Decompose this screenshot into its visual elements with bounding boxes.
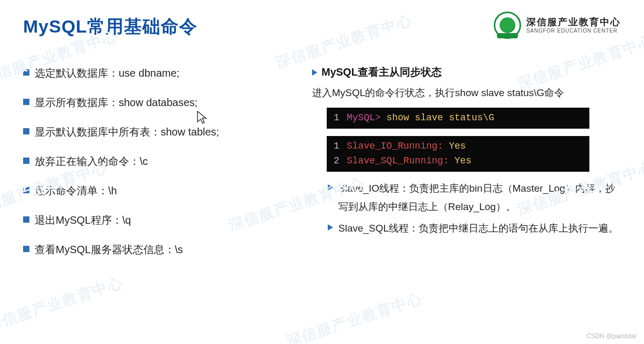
triangle-bullet-icon xyxy=(328,184,333,191)
brand-logo: 深信服产业教育中心 SANGFOR EDUCATION CENTER xyxy=(494,12,621,39)
right-column: MySQL查看主从同步状态 进入MySQL的命令行状态，执行show slave… xyxy=(312,65,621,271)
square-bullet-icon xyxy=(23,216,29,223)
square-bullet-icon xyxy=(23,99,29,105)
list-item-text: 放弃正在输入的命令：\c xyxy=(35,153,148,169)
slide-content: 选定默认数据库：use dbname; 显示所有数据库：show databas… xyxy=(0,39,644,271)
line-number: 1 xyxy=(332,139,339,154)
terminal-block-2: 1 Slave_IO_Running: Yes 2 Slave_SQL_Runn… xyxy=(327,136,589,172)
terminal-value: Yes xyxy=(449,141,465,151)
list-item-text: 退出MySQL程序：\q xyxy=(35,212,131,228)
terminal-value: Yes xyxy=(454,155,471,166)
line-number: 1 xyxy=(332,111,339,126)
square-bullet-icon xyxy=(23,128,29,134)
triangle-bullet-icon xyxy=(312,69,317,76)
list-item-text: 选定默认数据库：use dbname; xyxy=(35,65,180,81)
watermark: 深信服产业教育中心 xyxy=(0,273,126,336)
triangle-bullet-icon xyxy=(328,224,333,231)
slide-header: MySQL常用基础命令 深信服产业教育中心 SANGFOR EDUCATION … xyxy=(0,0,644,39)
logo-icon xyxy=(494,12,521,39)
list-item: 查看MySQL服务器状态信息：\s xyxy=(23,242,291,257)
list-item: 显示默认数据库中所有表：show tables; xyxy=(23,124,291,140)
list-item-text: Slave_SQL线程：负责把中继日志上的语句在从库上执行一遍。 xyxy=(338,219,618,237)
thread-explain-list: Slave_IO线程：负责把主库的bin日志（Master_Log）内容，抄写到… xyxy=(312,179,621,237)
line-number: 2 xyxy=(332,154,339,169)
list-item-text: Slave_IO线程：负责把主库的bin日志（Master_Log）内容，抄写到… xyxy=(338,179,621,216)
list-item: 显示命令清单：\h xyxy=(23,183,291,199)
list-item-text: 查看MySQL服务器状态信息：\s xyxy=(35,242,183,257)
square-bullet-icon xyxy=(23,158,29,164)
list-item-text: 显示默认数据库中所有表：show tables; xyxy=(35,124,219,140)
terminal-block-1: 1 MySQL> show slave status\G xyxy=(327,108,589,129)
square-bullet-icon xyxy=(23,246,29,252)
terminal-key: Slave_IO_Running: xyxy=(347,141,443,151)
logo-text-cn: 深信服产业教育中心 xyxy=(526,16,621,28)
slide-title: MySQL常用基础命令 xyxy=(23,15,198,39)
section-header: MySQL查看主从同步状态 xyxy=(312,65,621,79)
list-item: 显示所有数据库：show databases; xyxy=(23,95,291,110)
list-item: 放弃正在输入的命令：\c xyxy=(23,153,291,169)
watermark: 深信服产业教育中心 xyxy=(284,288,425,344)
square-bullet-icon xyxy=(23,69,29,76)
terminal-prompt: MySQL> xyxy=(347,112,381,123)
footer-credit: CSDN @paintstar xyxy=(586,332,637,340)
list-item: 选定默认数据库：use dbname; xyxy=(23,65,291,81)
section-intro: 进入MySQL的命令行状态，执行show slave status\G命令 xyxy=(312,85,621,101)
list-item-text: 显示所有数据库：show databases; xyxy=(35,95,198,110)
section-title: MySQL查看主从同步状态 xyxy=(321,65,442,79)
command-list: 选定默认数据库：use dbname; 显示所有数据库：show databas… xyxy=(23,65,291,257)
list-item: Slave_SQL线程：负责把中继日志上的语句在从库上执行一遍。 xyxy=(328,219,621,237)
terminal-key: Slave_SQL_Running: xyxy=(347,155,449,166)
list-item: Slave_IO线程：负责把主库的bin日志（Master_Log）内容，抄写到… xyxy=(328,179,621,216)
list-item-text: 显示命令清单：\h xyxy=(35,183,117,199)
terminal-command: show slave status\G xyxy=(387,112,494,123)
left-column: 选定默认数据库：use dbname; 显示所有数据库：show databas… xyxy=(23,65,291,271)
logo-text-en: SANGFOR EDUCATION CENTER xyxy=(526,28,621,35)
list-item: 退出MySQL程序：\q xyxy=(23,212,291,228)
square-bullet-icon xyxy=(23,187,29,193)
